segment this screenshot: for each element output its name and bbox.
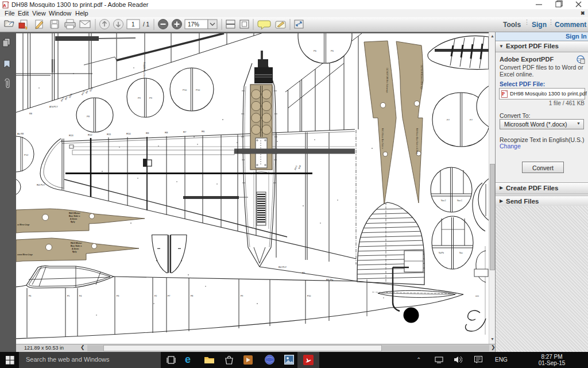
svg-text:Box Side x: Box Side x (71, 245, 82, 247)
svg-text:R7: R7 (183, 131, 187, 133)
svg-text:R8: R8 (29, 113, 32, 115)
svg-text:4.3mm: 4.3mm (72, 248, 79, 250)
svg-text:R4.5: R4.5 (294, 165, 298, 170)
svg-text:OZ MOTOR Mini Sideways: OZ MOTOR Mini Sideways (386, 68, 388, 93)
svg-text:P10: P10 (183, 89, 187, 91)
svg-text:F8: F8 (191, 295, 193, 297)
svg-text:4.3mm: 4.3mm (70, 218, 78, 220)
svg-text:R8: R8 (165, 131, 168, 134)
svg-text:F4: F4 (79, 295, 82, 297)
svg-text:xx Mirror Liege: xx Mirror Liege (17, 224, 30, 226)
svg-text:R4.5 Motor: R4.5 Motor (71, 242, 82, 244)
svg-text:R4.5 Motor Box Side x: R4.5 Motor Box Side x (381, 128, 384, 149)
svg-text:3000: 3000 (89, 87, 94, 92)
svg-text:F5: F5 (67, 295, 69, 297)
svg-text:R4 PLY: R4 PLY (37, 183, 45, 186)
svg-text:P7: P7 (447, 118, 450, 121)
svg-text:R12: R12 (88, 133, 92, 136)
svg-text:P8: P8 (87, 115, 90, 118)
svg-text:NaPb: NaPb (439, 252, 444, 254)
svg-text:R6: R6 (202, 130, 205, 133)
svg-text:P9: P9 (138, 97, 141, 99)
svg-text:Mid: Mid (298, 165, 301, 169)
svg-text:P7: P7 (470, 118, 473, 121)
svg-text:R4 PLY: R4 PLY (278, 266, 287, 269)
svg-text:P: P (502, 91, 505, 97)
svg-text:R11: R11 (107, 133, 111, 136)
svg-text:R13: R13 (69, 134, 74, 137)
svg-text:F7: F7 (168, 295, 170, 297)
svg-text:xxmm Mirror Liege: xxmm Mirror Liege (17, 254, 33, 256)
svg-text:Nac: Nac (459, 252, 463, 254)
svg-text:Bla: Bla (85, 90, 89, 94)
svg-text:OZ706 K8Edmon-Elm sign: OZ706 K8Edmon-Elm sign (420, 65, 423, 90)
svg-text:Box Side x: Box Side x (69, 215, 80, 217)
svg-text:F6: F6 (29, 295, 31, 297)
svg-text:F2: F2 (154, 295, 157, 297)
svg-text:wire: wire (475, 295, 479, 297)
svg-text:8ply: 8ply (72, 251, 77, 253)
svg-text:R4.5 Motor: R4.5 Motor (69, 212, 80, 214)
svg-text:F3: F3 (117, 295, 119, 297)
svg-text:8ply: 8ply (71, 221, 75, 223)
svg-text:R10: R10 (126, 132, 131, 135)
svg-text:NacC: NacC (457, 200, 462, 202)
svg-text:A7d PLY: A7d PLY (49, 106, 58, 108)
svg-text:3000: 3000 (68, 93, 73, 98)
svg-text:Re4pBw Mo4 9mm: Re4pBw Mo4 9mm (143, 62, 145, 79)
svg-text:R9: R9 (146, 132, 149, 135)
svg-text:P6: P6 (331, 49, 334, 52)
svg-text:Aw R8: Aw R8 (17, 133, 24, 135)
svg-text:Nac2: Nac2 (441, 200, 446, 202)
svg-text:F10: F10 (307, 295, 311, 297)
svg-text:P9: P9 (149, 97, 153, 99)
svg-text:F9: F9 (241, 295, 243, 297)
svg-text:P10: P10 (196, 89, 200, 91)
svg-text:17%: 17% (188, 21, 199, 28)
svg-text:P12: P12 (24, 154, 29, 156)
svg-text:1: 1 (131, 21, 135, 28)
svg-text:P6: P6 (314, 49, 317, 52)
svg-text:/ 1: / 1 (143, 21, 150, 28)
svg-text:R4 Motor Box Side x 4.3mm: R4 Motor Box Side x 4.3mm (416, 128, 418, 154)
svg-text:A: A (3, 3, 6, 8)
